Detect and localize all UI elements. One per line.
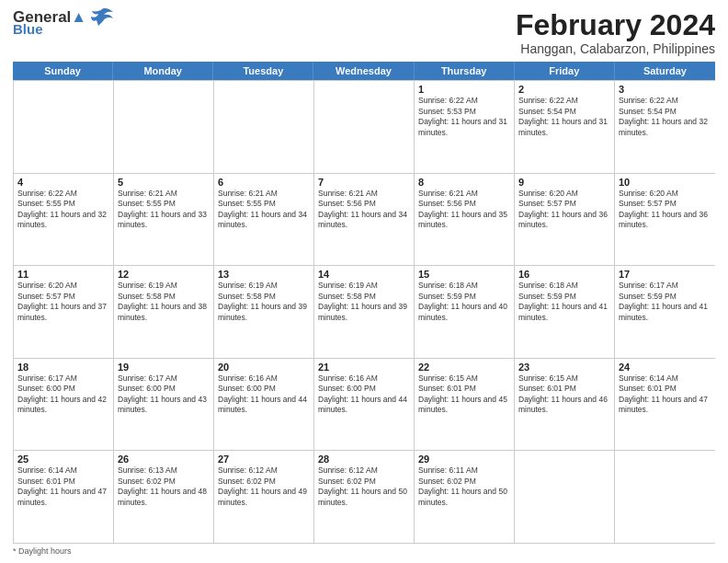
cal-cell: 18Sunrise: 6:17 AM Sunset: 6:00 PM Dayli… [14,359,114,451]
cal-cell: 23Sunrise: 6:15 AM Sunset: 6:01 PM Dayli… [515,359,615,451]
title-month: February 2024 [516,9,715,41]
cal-week-5: 25Sunrise: 6:14 AM Sunset: 6:01 PM Dayli… [14,450,715,543]
day-number: 15 [418,269,510,280]
cal-cell: 7Sunrise: 6:21 AM Sunset: 5:56 PM Daylig… [314,174,415,266]
cal-cell: 25Sunrise: 6:14 AM Sunset: 6:01 PM Dayli… [14,451,114,543]
logo: General▲ Blue [13,9,115,36]
day-number: 14 [318,269,410,280]
day-info: Sunrise: 6:12 AM Sunset: 6:02 PM Dayligh… [218,465,310,508]
day-number: 29 [418,454,510,465]
cal-cell: 28Sunrise: 6:12 AM Sunset: 6:02 PM Dayli… [314,451,415,543]
day-number: 18 [17,362,109,373]
dow-thursday: Thursday [415,62,515,80]
day-number: 13 [218,269,310,280]
day-info: Sunrise: 6:13 AM Sunset: 6:02 PM Dayligh… [118,465,210,508]
footer-note: * Daylight hours [13,546,715,556]
logo-blue: Blue [13,22,86,36]
day-number: 3 [619,84,711,95]
day-info: Sunrise: 6:17 AM Sunset: 6:00 PM Dayligh… [118,373,210,416]
day-info: Sunrise: 6:16 AM Sunset: 6:00 PM Dayligh… [318,373,410,416]
day-info: Sunrise: 6:20 AM Sunset: 5:57 PM Dayligh… [619,189,711,231]
day-info: Sunrise: 6:21 AM Sunset: 5:56 PM Dayligh… [318,189,410,231]
day-number: 20 [218,362,310,373]
day-number: 10 [619,177,711,188]
cal-cell [515,451,615,543]
cal-cell: 9Sunrise: 6:20 AM Sunset: 5:57 PM Daylig… [515,174,615,266]
day-number: 24 [619,362,711,373]
day-info: Sunrise: 6:15 AM Sunset: 6:01 PM Dayligh… [418,373,510,416]
day-info: Sunrise: 6:22 AM Sunset: 5:55 PM Dayligh… [17,189,109,231]
day-number: 2 [518,84,610,95]
cal-cell: 22Sunrise: 6:15 AM Sunset: 6:01 PM Dayli… [415,359,515,451]
day-info: Sunrise: 6:19 AM Sunset: 5:58 PM Dayligh… [318,281,410,323]
day-info: Sunrise: 6:21 AM Sunset: 5:55 PM Dayligh… [218,189,310,231]
cal-cell: 13Sunrise: 6:19 AM Sunset: 5:58 PM Dayli… [214,266,314,358]
cal-week-3: 11Sunrise: 6:20 AM Sunset: 5:57 PM Dayli… [14,265,715,358]
day-info: Sunrise: 6:18 AM Sunset: 5:59 PM Dayligh… [418,281,510,323]
day-info: Sunrise: 6:21 AM Sunset: 5:55 PM Dayligh… [118,189,210,231]
cal-cell: 27Sunrise: 6:12 AM Sunset: 6:02 PM Dayli… [214,451,314,543]
cal-cell [14,81,114,173]
dow-tuesday: Tuesday [213,62,313,80]
day-info: Sunrise: 6:22 AM Sunset: 5:54 PM Dayligh… [619,96,711,138]
day-info: Sunrise: 6:12 AM Sunset: 6:02 PM Dayligh… [318,465,410,508]
day-info: Sunrise: 6:17 AM Sunset: 6:00 PM Dayligh… [17,373,109,416]
day-info: Sunrise: 6:11 AM Sunset: 6:02 PM Dayligh… [418,465,510,508]
cal-cell: 4Sunrise: 6:22 AM Sunset: 5:55 PM Daylig… [14,174,114,266]
day-number: 22 [418,362,510,373]
logo-bird-icon [89,7,115,31]
day-number: 16 [518,269,610,280]
day-info: Sunrise: 6:18 AM Sunset: 5:59 PM Dayligh… [518,281,610,323]
cal-cell: 20Sunrise: 6:16 AM Sunset: 6:00 PM Dayli… [214,359,314,451]
day-number: 7 [318,177,410,188]
cal-cell: 24Sunrise: 6:14 AM Sunset: 6:01 PM Dayli… [615,359,715,451]
day-info: Sunrise: 6:17 AM Sunset: 5:59 PM Dayligh… [619,281,711,323]
cal-cell [615,451,715,543]
cal-cell: 17Sunrise: 6:17 AM Sunset: 5:59 PM Dayli… [615,266,715,358]
cal-cell [314,81,415,173]
day-number: 6 [218,177,310,188]
cal-cell [214,81,314,173]
calendar-header: Sunday Monday Tuesday Wednesday Thursday… [13,62,715,80]
calendar: Sunday Monday Tuesday Wednesday Thursday… [13,62,715,544]
day-number: 5 [118,177,210,188]
day-info: Sunrise: 6:22 AM Sunset: 5:54 PM Dayligh… [518,96,610,138]
day-number: 25 [17,454,109,465]
cal-cell: 11Sunrise: 6:20 AM Sunset: 5:57 PM Dayli… [14,266,114,358]
cal-cell: 19Sunrise: 6:17 AM Sunset: 6:00 PM Dayli… [114,359,214,451]
cal-cell: 2Sunrise: 6:22 AM Sunset: 5:54 PM Daylig… [515,81,615,173]
day-number: 4 [17,177,109,188]
day-info: Sunrise: 6:19 AM Sunset: 5:58 PM Dayligh… [118,281,210,323]
day-number: 21 [318,362,410,373]
cal-cell: 16Sunrise: 6:18 AM Sunset: 5:59 PM Dayli… [515,266,615,358]
cal-cell: 26Sunrise: 6:13 AM Sunset: 6:02 PM Dayli… [114,451,214,543]
day-number: 9 [518,177,610,188]
header: General▲ Blue February 2024 Hanggan, Cal… [13,9,715,56]
dow-sunday: Sunday [13,62,113,80]
dow-saturday: Saturday [615,62,715,80]
day-number: 19 [118,362,210,373]
day-number: 28 [318,454,410,465]
dow-monday: Monday [113,62,213,80]
cal-cell: 10Sunrise: 6:20 AM Sunset: 5:57 PM Dayli… [615,174,715,266]
day-info: Sunrise: 6:21 AM Sunset: 5:56 PM Dayligh… [418,189,510,231]
day-number: 23 [518,362,610,373]
cal-week-1: 1Sunrise: 6:22 AM Sunset: 5:53 PM Daylig… [14,80,715,173]
day-info: Sunrise: 6:15 AM Sunset: 6:01 PM Dayligh… [518,373,610,416]
day-info: Sunrise: 6:19 AM Sunset: 5:58 PM Dayligh… [218,281,310,323]
cal-cell: 6Sunrise: 6:21 AM Sunset: 5:55 PM Daylig… [214,174,314,266]
page: General▲ Blue February 2024 Hanggan, Cal… [0,0,728,563]
day-number: 27 [218,454,310,465]
cal-cell: 21Sunrise: 6:16 AM Sunset: 6:00 PM Dayli… [314,359,415,451]
day-info: Sunrise: 6:22 AM Sunset: 5:53 PM Dayligh… [418,96,510,138]
day-info: Sunrise: 6:14 AM Sunset: 6:01 PM Dayligh… [619,373,711,416]
day-info: Sunrise: 6:20 AM Sunset: 5:57 PM Dayligh… [17,281,109,323]
cal-week-2: 4Sunrise: 6:22 AM Sunset: 5:55 PM Daylig… [14,173,715,266]
day-number: 1 [418,84,510,95]
day-info: Sunrise: 6:16 AM Sunset: 6:00 PM Dayligh… [218,373,310,416]
day-number: 12 [118,269,210,280]
cal-cell: 1Sunrise: 6:22 AM Sunset: 5:53 PM Daylig… [415,81,515,173]
cal-week-4: 18Sunrise: 6:17 AM Sunset: 6:00 PM Dayli… [14,358,715,451]
dow-wednesday: Wednesday [313,62,414,80]
cal-cell: 12Sunrise: 6:19 AM Sunset: 5:58 PM Dayli… [114,266,214,358]
